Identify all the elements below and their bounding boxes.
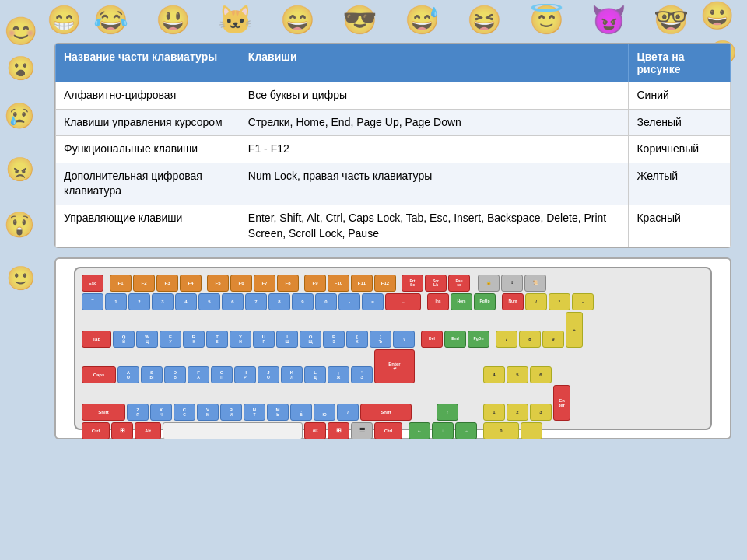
key-rctrl: Ctrl <box>374 422 402 439</box>
key-3: 3 <box>152 293 174 310</box>
key-num2: 2 <box>507 404 528 421</box>
key-5: 5 <box>198 293 220 310</box>
table-row: Управляющие клавишиEnter, Shift, Alt, Ct… <box>56 205 731 247</box>
key-f: FА <box>188 366 209 383</box>
key-g: GП <box>211 366 233 383</box>
cell-keys: Все буквы и цифры <box>240 82 629 110</box>
key-tab: Tab <box>82 331 111 348</box>
col-header-keys: Клавиши <box>240 44 629 82</box>
key-j: JО <box>258 366 279 383</box>
col-header-color: Цвета на рисунке <box>629 44 731 82</box>
key-pgup: PgUp <box>474 293 496 310</box>
key-rbracket: ]Ъ <box>370 331 391 348</box>
key-num5: 5 <box>507 366 528 383</box>
key-u: UГ <box>253 331 275 348</box>
key-slash: / <box>337 404 359 421</box>
cell-part: Клавиши управления курсором <box>56 109 240 136</box>
key-left: ← <box>409 422 430 439</box>
key-rshift: Shift <box>360 404 412 421</box>
cell-keys: Num Lock, правая часть клавиатуры <box>240 163 629 205</box>
key-m: MЬ <box>267 404 289 421</box>
key-scrlk: ScrLk <box>425 275 447 292</box>
key-period: .Ю <box>314 404 335 421</box>
key-numlock-ind: 🔒 <box>478 275 500 292</box>
key-num4: 4 <box>483 366 505 383</box>
keyboard-diagram: Esc F1 F2 F3 F4 F5 F6 F7 F8 F9 F10 F11 F… <box>74 267 712 430</box>
key-num1: 1 <box>483 404 505 421</box>
key-c: CС <box>174 404 195 421</box>
key-pause: Pause <box>448 275 470 292</box>
key-1: 1 <box>105 293 127 310</box>
key-lctrl: Ctrl <box>82 422 110 439</box>
key-6: 6 <box>222 293 244 310</box>
key-home: Hom <box>451 293 472 310</box>
key-lshift: Shift <box>82 404 125 421</box>
key-space <box>163 422 303 439</box>
key-y: YН <box>230 331 251 348</box>
key-2: 2 <box>128 293 150 310</box>
key-prtsc: PrtSc <box>402 275 423 292</box>
key-num-enter: Enter <box>553 385 570 421</box>
key-num9: 9 <box>542 331 564 348</box>
key-num7: 7 <box>496 331 517 348</box>
cell-part: Функциональные клавиши <box>56 136 240 163</box>
key-b: BИ <box>220 404 242 421</box>
key-comma: ,Б <box>290 404 312 421</box>
key-right: → <box>455 422 477 439</box>
cell-keys: Enter, Shift, Alt, Ctrl, Caps Lock, Tab,… <box>240 205 629 247</box>
key-num-minus: - <box>572 293 594 310</box>
key-down: ↓ <box>432 422 454 439</box>
key-i: IШ <box>276 331 298 348</box>
table-row: Функциональные клавишиF1 - F12Коричневый <box>56 136 731 163</box>
key-p: PЗ <box>323 331 345 348</box>
key-backspace: ← <box>385 293 421 310</box>
key-a: AФ <box>117 366 139 383</box>
key-scroll-ind: 📜 <box>524 275 546 292</box>
key-lalt: Alt <box>135 422 161 439</box>
key-v: VМ <box>197 404 219 421</box>
cell-color: Зеленый <box>629 109 731 136</box>
cell-color: Синий <box>629 82 731 110</box>
key-capslock: Caps <box>82 366 116 383</box>
cell-part: Дополнительная цифровая клавиатура <box>56 163 240 205</box>
key-k: KЛ <box>281 366 303 383</box>
key-menu: ☰ <box>351 422 373 439</box>
key-pgdn: PgDn <box>468 331 489 348</box>
key-num-plus: + <box>566 312 583 348</box>
key-esc: Esc <box>82 275 103 292</box>
key-4: 4 <box>175 293 197 310</box>
key-f2: F2 <box>133 275 155 292</box>
cell-part: Управляющие клавиши <box>56 205 240 247</box>
key-insert: Ins <box>427 293 449 310</box>
cell-color: Желтый <box>629 163 731 205</box>
keyboard-parts-table: Название части клавиатуры Клавиши Цвета … <box>54 43 731 248</box>
key-f4: F4 <box>180 275 202 292</box>
key-f5: F5 <box>207 275 229 292</box>
key-num3: 3 <box>530 404 552 421</box>
key-h: HР <box>234 366 256 383</box>
key-o: OЩ <box>300 331 321 348</box>
cell-keys: Стрелки, Home, End, Page Up, Page Down <box>240 109 629 136</box>
table-row: Дополнительная цифровая клавиатураNum Lo… <box>56 163 731 205</box>
key-l: LД <box>304 366 326 383</box>
table-row: Клавиши управления курсоромСтрелки, Home… <box>56 109 731 136</box>
key-r: RК <box>183 331 205 348</box>
key-f11: F11 <box>351 275 373 292</box>
key-x: XЧ <box>150 404 172 421</box>
key-9: 9 <box>292 293 314 310</box>
key-backtick: ~` <box>82 293 103 310</box>
key-f9: F9 <box>304 275 326 292</box>
key-lbracket: [Х <box>346 331 368 348</box>
key-f3: F3 <box>156 275 178 292</box>
key-f8: F8 <box>277 275 299 292</box>
key-numdot: . <box>521 422 542 439</box>
key-f12: F12 <box>374 275 396 292</box>
key-num0: 0 <box>483 422 519 439</box>
keyboard-diagram-container: Esc F1 F2 F3 F4 F5 F6 F7 F8 F9 F10 F11 F… <box>54 257 731 439</box>
key-t: TЕ <box>206 331 228 348</box>
key-rwin: ⊞ <box>328 422 349 439</box>
key-lwin: ⊞ <box>111 422 133 439</box>
key-semicolon: ;Ж <box>328 366 349 383</box>
key-num6: 6 <box>530 366 552 383</box>
key-7: 7 <box>245 293 267 310</box>
